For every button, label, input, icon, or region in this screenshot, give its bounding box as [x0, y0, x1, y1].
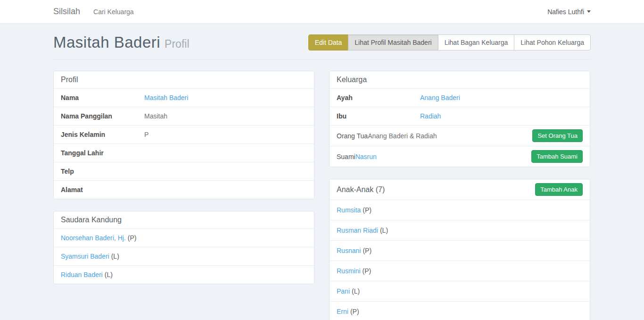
- saudara-panel-title: Saudara Kandung: [54, 211, 314, 228]
- row-label: Alamat: [61, 186, 144, 194]
- person-link[interactable]: Radiah: [420, 112, 441, 120]
- page-subtitle: Profil: [165, 38, 189, 50]
- gender-label: (L): [105, 271, 113, 278]
- lihat-bagan-button[interactable]: Lihat Bagan Keluarga: [438, 34, 515, 51]
- row-label: Ibu: [337, 112, 420, 120]
- keluarga-panel-title: Keluarga: [330, 71, 590, 88]
- table-row: Suami Nasrun Tambah Suami: [330, 146, 590, 167]
- gender-label: (L): [111, 253, 119, 260]
- table-row: Ibu Radiah: [330, 107, 590, 125]
- row-label: Nama Panggilan: [61, 112, 144, 120]
- person-link[interactable]: Pani: [337, 287, 350, 295]
- row-label: Ayah: [337, 94, 420, 101]
- table-row: Jenis Kelamin P: [54, 125, 314, 143]
- tambah-suami-button[interactable]: Tambah Suami: [531, 150, 583, 163]
- anak-anak-panel: Anak-Anak (7) Tambah Anak Rumsita (P) Ru…: [329, 179, 590, 320]
- gender-label: (L): [352, 287, 360, 295]
- list-item: Riduan Baderi (L): [54, 265, 314, 284]
- user-name: Nafies Luthfi: [547, 8, 584, 16]
- nav-cari-keluarga[interactable]: Cari Keluarga: [93, 8, 134, 16]
- person-link[interactable]: Rumsita: [337, 206, 361, 214]
- row-label: Tanggal Lahir: [61, 149, 144, 157]
- gender-label: (L): [380, 227, 388, 234]
- list-item: Syamsuri Baderi (L): [54, 247, 314, 265]
- table-row: Telp: [54, 162, 314, 180]
- person-link[interactable]: Riduan Baderi: [61, 271, 103, 278]
- lihat-pohon-button[interactable]: Lihat Pohon Keluarga: [514, 34, 591, 51]
- edit-data-button[interactable]: Edit Data: [308, 34, 349, 51]
- person-link[interactable]: Erni: [337, 308, 348, 315]
- row-value: Masitah: [144, 112, 167, 120]
- brand-silsilah[interactable]: Silsilah: [53, 7, 80, 17]
- row-label: Nama: [61, 94, 144, 101]
- list-item: Erni (P): [330, 301, 590, 320]
- person-link[interactable]: Anang Baderi: [420, 94, 460, 101]
- lihat-profil-button[interactable]: Lihat Profil Masitah Baderi: [348, 34, 438, 51]
- list-item: Rumsita (P): [330, 200, 590, 220]
- caret-down-icon: [587, 10, 591, 13]
- row-label: Orang Tua: [337, 132, 368, 140]
- user-menu[interactable]: Nafies Luthfi: [547, 8, 591, 16]
- table-row: Alamat: [54, 180, 314, 199]
- anak-panel-title: Anak-Anak (7): [337, 185, 385, 194]
- person-link[interactable]: Syamsuri Baderi: [61, 253, 109, 260]
- row-value: Anang Baderi & Radiah: [368, 132, 437, 140]
- gender-label: (P): [128, 234, 137, 242]
- page-header: Masitah BaderiProfil Edit Data Lihat Pro…: [53, 34, 591, 59]
- person-link[interactable]: Rusnani: [337, 247, 361, 254]
- person-link[interactable]: Rusman Riadi: [337, 227, 378, 234]
- page-title: Masitah Baderi: [53, 34, 160, 51]
- table-row: Nama Masitah Baderi: [54, 88, 314, 107]
- person-link[interactable]: Noorsehan Baderi, Hj.: [61, 234, 126, 242]
- gender-label: (P): [363, 267, 372, 275]
- row-label: Telp: [61, 168, 144, 175]
- gender-label: (P): [350, 308, 359, 315]
- row-label: Suami: [337, 153, 355, 160]
- person-link[interactable]: Masitah Baderi: [144, 94, 188, 101]
- table-row: Nama Panggilan Masitah: [54, 107, 314, 125]
- list-item: Rusman Riadi (L): [330, 220, 590, 240]
- profil-panel-title: Profil: [54, 71, 314, 88]
- list-item: Pani (L): [330, 281, 590, 301]
- person-link[interactable]: Rusmini: [337, 267, 361, 275]
- list-item: Rusnani (P): [330, 240, 590, 261]
- tambah-anak-button[interactable]: Tambah Anak: [535, 183, 583, 196]
- table-row: Ayah Anang Baderi: [330, 88, 590, 107]
- set-orang-tua-button[interactable]: Set Orang Tua: [532, 129, 583, 142]
- row-label: Jenis Kelamin: [61, 131, 144, 138]
- table-row: Orang Tua Anang Baderi & Radiah Set Oran…: [330, 125, 590, 146]
- profil-panel: Profil Nama Masitah Baderi Nama Panggila…: [53, 71, 314, 199]
- saudara-kandung-panel: Saudara Kandung Noorsehan Baderi, Hj. (P…: [53, 211, 314, 284]
- row-value: P: [144, 131, 149, 138]
- person-link[interactable]: Nasrun: [355, 153, 377, 160]
- gender-label: (P): [363, 247, 372, 254]
- table-row: Tanggal Lahir: [54, 143, 314, 162]
- keluarga-panel: Keluarga Ayah Anang Baderi Ibu Radiah Or…: [329, 71, 590, 167]
- list-item: Noorsehan Baderi, Hj. (P): [54, 228, 314, 247]
- navbar: Silsilah Cari Keluarga Nafies Luthfi: [0, 0, 644, 24]
- profile-actions-group: Edit Data Lihat Profil Masitah Baderi Li…: [308, 34, 591, 51]
- gender-label: (P): [363, 206, 372, 214]
- list-item: Rusmini (P): [330, 261, 590, 281]
